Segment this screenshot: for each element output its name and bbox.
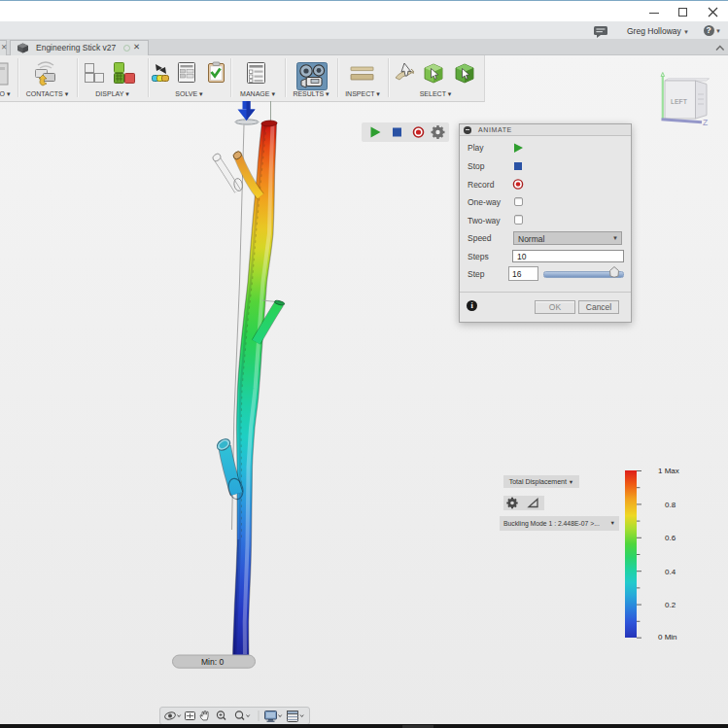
- svg-text:Min: 0: Min: 0: [201, 657, 224, 667]
- svg-text:Z: Z: [703, 118, 708, 127]
- svg-text:LEFT: LEFT: [671, 98, 688, 105]
